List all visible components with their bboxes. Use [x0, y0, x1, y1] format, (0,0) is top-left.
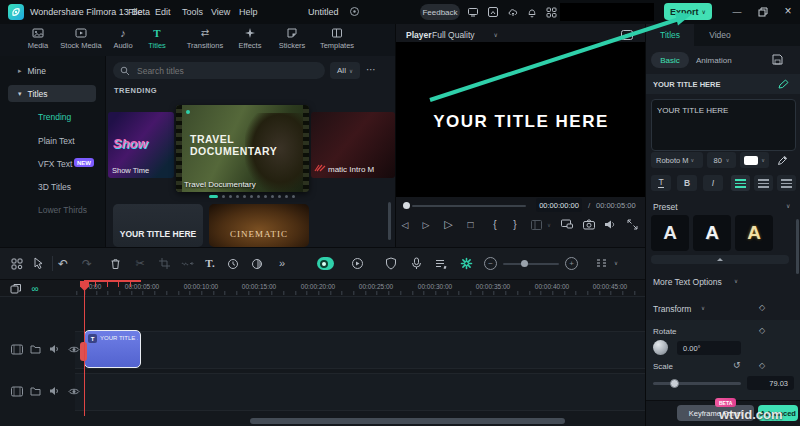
- tab-inspector-video[interactable]: Video: [694, 24, 746, 46]
- play-button[interactable]: ▷: [442, 217, 455, 232]
- track2-visibility-icon[interactable]: [67, 343, 80, 355]
- align-center-button[interactable]: [754, 175, 773, 191]
- menu-help[interactable]: Help: [239, 7, 258, 17]
- tab-titles[interactable]: T Titles: [140, 27, 174, 55]
- more-text-options-caret-icon[interactable]: ∨: [734, 278, 738, 284]
- trending-card-show-time[interactable]: Show Show Time: [108, 112, 174, 178]
- library-more-icon[interactable]: ⋯: [366, 64, 377, 75]
- track1-mute-icon[interactable]: [48, 385, 61, 397]
- subtab-animation[interactable]: Animation: [696, 56, 732, 65]
- text-tool-icon[interactable]: T.: [202, 255, 218, 271]
- menu-view[interactable]: View: [211, 7, 230, 17]
- preset-card-3[interactable]: A: [735, 215, 773, 251]
- italic-button[interactable]: I: [703, 175, 723, 191]
- rotate-knob[interactable]: [653, 340, 668, 355]
- volume-icon[interactable]: [603, 218, 617, 231]
- ruler-ticks[interactable]: [75, 291, 645, 295]
- export-button[interactable]: Export ∨: [664, 3, 712, 20]
- track-height-icon[interactable]: [594, 256, 609, 271]
- align-left-button[interactable]: [731, 175, 750, 191]
- carousel-dot[interactable]: [292, 195, 295, 198]
- rotate-value-box[interactable]: 0.00°: [677, 341, 741, 355]
- trending-card-cinematic-intro[interactable]: matic Intro M: [311, 112, 395, 178]
- zoom-in-icon[interactable]: +: [565, 257, 578, 270]
- carousel-dot[interactable]: [229, 195, 232, 198]
- sidebar-group-titles[interactable]: ▾ Titles: [8, 85, 96, 102]
- delete-trash-icon[interactable]: [108, 256, 122, 271]
- track-lane-2[interactable]: [75, 331, 645, 369]
- frame-export-icon[interactable]: [486, 5, 500, 19]
- sidebar-group-mine[interactable]: ▸ Mine: [10, 63, 95, 79]
- render-preview-icon[interactable]: [459, 256, 474, 271]
- menu-tools[interactable]: Tools: [182, 7, 203, 17]
- carousel-dot[interactable]: [264, 195, 267, 198]
- scrubber-handle[interactable]: [403, 202, 410, 209]
- scale-keyframe-icon[interactable]: ◇: [759, 361, 765, 370]
- rename-pen-icon[interactable]: [777, 78, 790, 90]
- timeline-zoom-handle[interactable]: [521, 260, 528, 267]
- tab-transitions[interactable]: ⇄ Transitions: [180, 27, 230, 55]
- sidebar-item-3d-titles[interactable]: 3D Titles: [38, 182, 71, 192]
- bold-button[interactable]: B: [677, 175, 697, 191]
- carousel-dot[interactable]: [250, 195, 253, 198]
- rotate-keyframe-icon[interactable]: ◇: [759, 326, 765, 335]
- tab-audio[interactable]: ♪ Audio: [106, 27, 140, 55]
- text-case-button[interactable]: T: [651, 175, 671, 191]
- subtab-basic[interactable]: Basic: [651, 52, 689, 68]
- menu-edit[interactable]: Edit: [155, 7, 171, 17]
- tab-effects[interactable]: Effects: [232, 27, 268, 55]
- timeline-zoom-slider[interactable]: [503, 263, 559, 265]
- save-preset-icon[interactable]: [770, 52, 784, 66]
- mark-in-button[interactable]: {: [490, 217, 500, 232]
- scale-slider-handle[interactable]: [670, 379, 679, 388]
- transform-keyframe-icon[interactable]: ◇: [759, 303, 765, 312]
- filter-all-dropdown[interactable]: All ∨: [330, 62, 360, 79]
- preset-caret-icon[interactable]: ∨: [786, 202, 790, 209]
- preview-title-text[interactable]: YOUR TITLE HERE: [433, 112, 609, 132]
- snapshot-camera-icon[interactable]: [582, 218, 596, 231]
- previous-edit-point-button[interactable]: ◁: [399, 218, 411, 232]
- track-height-caret-icon[interactable]: ∨: [612, 259, 620, 267]
- scale-slider-track[interactable]: [653, 382, 741, 385]
- title-card-cinematic[interactable]: CINEMATIC: [209, 204, 309, 247]
- tab-templates[interactable]: Templates: [314, 27, 360, 55]
- carousel-dot-active[interactable]: [209, 195, 218, 198]
- eyedropper-icon[interactable]: [775, 153, 789, 167]
- maximize-button[interactable]: [756, 5, 770, 19]
- mark-out-button[interactable]: }: [510, 217, 520, 232]
- portrait-toggle-icon[interactable]: [317, 257, 334, 270]
- apps-grid-icon[interactable]: [544, 5, 558, 19]
- quality-dropdown[interactable]: Full Quality ∨: [432, 27, 498, 42]
- carousel-dots[interactable]: [209, 194, 299, 198]
- font-size-dropdown[interactable]: 80 ∨: [707, 152, 736, 168]
- media-browser-icon[interactable]: [10, 257, 24, 270]
- preview-viewport[interactable]: YOUR TITLE HERE: [396, 42, 646, 197]
- project-settings-icon[interactable]: [348, 5, 361, 18]
- track2-mute-icon[interactable]: [48, 343, 61, 355]
- title-card-your-title-here[interactable]: YOUR TITLE HERE: [113, 204, 203, 247]
- link-tracks-icon[interactable]: ∞: [28, 281, 42, 295]
- close-button[interactable]: ×: [781, 4, 795, 18]
- select-tool-icon[interactable]: [31, 256, 45, 271]
- timeline-h-scrollbar[interactable]: [250, 418, 565, 424]
- menu-file[interactable]: File: [128, 7, 143, 17]
- title-text-input[interactable]: YOUR TITLE HERE: [651, 99, 796, 151]
- preview-panel-icon[interactable]: [620, 28, 634, 41]
- track-lane-1[interactable]: [75, 373, 645, 411]
- voiceover-mic-icon[interactable]: [409, 256, 424, 271]
- library-scrollbar[interactable]: [388, 202, 391, 240]
- sidebar-item-lower-thirds[interactable]: Lower Thirds: [38, 205, 87, 215]
- transform-caret-icon[interactable]: ∨: [701, 305, 705, 311]
- preset-card-2[interactable]: A: [693, 215, 731, 251]
- align-right-button[interactable]: [777, 175, 796, 191]
- font-family-dropdown[interactable]: Roboto M ∨: [651, 152, 703, 168]
- cloud-upload-icon[interactable]: [506, 5, 520, 19]
- carousel-dot[interactable]: [285, 195, 288, 198]
- marker-notes-icon[interactable]: [434, 256, 449, 271]
- display-icon[interactable]: [466, 5, 480, 19]
- collapse-bar[interactable]: [651, 255, 789, 264]
- more-text-options[interactable]: More Text Options: [653, 277, 722, 287]
- tab-media[interactable]: Media: [20, 27, 56, 55]
- carousel-dot[interactable]: [278, 195, 281, 198]
- notifications-bell-icon[interactable]: [525, 5, 539, 19]
